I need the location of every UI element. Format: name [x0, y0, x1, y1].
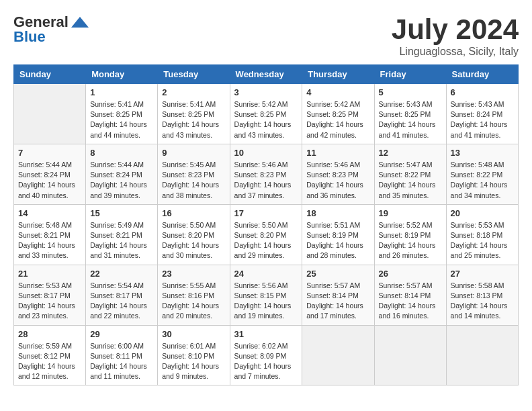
day-header-wednesday: Wednesday [230, 65, 302, 84]
calendar-header-row: SundayMondayTuesdayWednesdayThursdayFrid… [14, 65, 519, 84]
day-info: Sunrise: 5:42 AMSunset: 8:25 PMDaylight:… [234, 99, 298, 140]
day-info: Sunrise: 5:44 AMSunset: 8:24 PMDaylight:… [90, 160, 153, 201]
svg-marker-0 [71, 17, 89, 28]
day-info: Sunrise: 5:51 AMSunset: 8:19 PMDaylight:… [306, 220, 369, 261]
day-info: Sunrise: 5:44 AMSunset: 8:24 PMDaylight:… [18, 160, 81, 201]
day-info: Sunrise: 5:45 AMSunset: 8:23 PMDaylight:… [162, 160, 225, 201]
day-info: Sunrise: 5:55 AMSunset: 8:16 PMDaylight:… [162, 281, 225, 322]
month-title: July 2024 [392, 13, 519, 46]
calendar-cell: 29Sunrise: 6:00 AMSunset: 8:11 PMDayligh… [86, 325, 158, 385]
day-number: 6 [451, 87, 514, 97]
calendar-cell: 28Sunrise: 5:59 AMSunset: 8:12 PMDayligh… [14, 325, 86, 385]
day-info: Sunrise: 5:57 AMSunset: 8:14 PMDaylight:… [379, 281, 442, 322]
day-info: Sunrise: 5:49 AMSunset: 8:21 PMDaylight:… [90, 220, 153, 261]
logo-blue: Blue [13, 28, 46, 46]
week-row-2: 7Sunrise: 5:44 AMSunset: 8:24 PMDaylight… [14, 144, 519, 204]
calendar-cell: 3Sunrise: 5:42 AMSunset: 8:25 PMDaylight… [230, 84, 302, 144]
calendar-cell: 20Sunrise: 5:53 AMSunset: 8:18 PMDayligh… [446, 204, 518, 265]
day-info: Sunrise: 5:58 AMSunset: 8:13 PMDaylight:… [451, 281, 514, 322]
day-info: Sunrise: 5:48 AMSunset: 8:21 PMDaylight:… [18, 220, 81, 261]
day-info: Sunrise: 5:54 AMSunset: 8:17 PMDaylight:… [90, 281, 153, 322]
day-info: Sunrise: 5:52 AMSunset: 8:19 PMDaylight:… [379, 220, 442, 261]
day-info: Sunrise: 5:43 AMSunset: 8:24 PMDaylight:… [451, 99, 514, 140]
day-info: Sunrise: 5:48 AMSunset: 8:22 PMDaylight:… [451, 160, 514, 201]
day-number: 10 [234, 148, 298, 158]
calendar-cell: 19Sunrise: 5:52 AMSunset: 8:19 PMDayligh… [374, 204, 446, 265]
calendar-cell: 2Sunrise: 5:41 AMSunset: 8:25 PMDaylight… [158, 84, 230, 144]
calendar-cell: 14Sunrise: 5:48 AMSunset: 8:21 PMDayligh… [14, 204, 86, 265]
day-number: 3 [234, 87, 298, 97]
calendar-cell: 12Sunrise: 5:47 AMSunset: 8:22 PMDayligh… [374, 144, 446, 204]
day-number: 29 [90, 329, 153, 339]
calendar-cell: 25Sunrise: 5:57 AMSunset: 8:14 PMDayligh… [302, 265, 374, 325]
calendar-cell: 22Sunrise: 5:54 AMSunset: 8:17 PMDayligh… [86, 265, 158, 325]
calendar: SundayMondayTuesdayWednesdayThursdayFrid… [13, 64, 519, 385]
day-header-sunday: Sunday [14, 65, 86, 84]
day-info: Sunrise: 6:02 AMSunset: 8:09 PMDaylight:… [234, 341, 298, 382]
day-info: Sunrise: 6:01 AMSunset: 8:10 PMDaylight:… [162, 341, 225, 382]
calendar-cell: 31Sunrise: 6:02 AMSunset: 8:09 PMDayligh… [230, 325, 302, 385]
calendar-cell: 5Sunrise: 5:43 AMSunset: 8:25 PMDaylight… [374, 84, 446, 144]
calendar-cell: 8Sunrise: 5:44 AMSunset: 8:24 PMDaylight… [86, 144, 158, 204]
day-number: 14 [18, 208, 81, 218]
calendar-cell: 6Sunrise: 5:43 AMSunset: 8:24 PMDaylight… [446, 84, 518, 144]
day-number: 2 [162, 87, 225, 97]
calendar-cell: 1Sunrise: 5:41 AMSunset: 8:25 PMDaylight… [86, 84, 158, 144]
day-number: 28 [18, 329, 81, 339]
day-info: Sunrise: 5:41 AMSunset: 8:25 PMDaylight:… [90, 99, 153, 140]
day-number: 5 [379, 87, 442, 97]
calendar-cell: 7Sunrise: 5:44 AMSunset: 8:24 PMDaylight… [14, 144, 86, 204]
calendar-cell: 15Sunrise: 5:49 AMSunset: 8:21 PMDayligh… [86, 204, 158, 265]
day-header-friday: Friday [374, 65, 446, 84]
logo-icon [70, 15, 90, 29]
day-number: 13 [451, 148, 514, 158]
day-number: 16 [162, 208, 225, 218]
day-number: 1 [90, 87, 153, 97]
calendar-cell [446, 325, 518, 385]
calendar-cell: 4Sunrise: 5:42 AMSunset: 8:25 PMDaylight… [302, 84, 374, 144]
day-info: Sunrise: 5:53 AMSunset: 8:17 PMDaylight:… [18, 281, 81, 322]
calendar-cell: 24Sunrise: 5:56 AMSunset: 8:15 PMDayligh… [230, 265, 302, 325]
day-number: 20 [451, 208, 514, 218]
calendar-cell: 27Sunrise: 5:58 AMSunset: 8:13 PMDayligh… [446, 265, 518, 325]
day-info: Sunrise: 5:56 AMSunset: 8:15 PMDaylight:… [234, 281, 298, 322]
day-number: 9 [162, 148, 225, 158]
week-row-4: 21Sunrise: 5:53 AMSunset: 8:17 PMDayligh… [14, 265, 519, 325]
day-info: Sunrise: 5:50 AMSunset: 8:20 PMDaylight:… [234, 220, 298, 261]
calendar-cell [374, 325, 446, 385]
day-header-saturday: Saturday [446, 65, 518, 84]
day-info: Sunrise: 5:46 AMSunset: 8:23 PMDaylight:… [306, 160, 369, 201]
day-header-thursday: Thursday [302, 65, 374, 84]
calendar-cell: 26Sunrise: 5:57 AMSunset: 8:14 PMDayligh… [374, 265, 446, 325]
calendar-cell: 18Sunrise: 5:51 AMSunset: 8:19 PMDayligh… [302, 204, 374, 265]
day-header-tuesday: Tuesday [158, 65, 230, 84]
calendar-cell: 11Sunrise: 5:46 AMSunset: 8:23 PMDayligh… [302, 144, 374, 204]
title-section: July 2024 Linguaglossa, Sicily, Italy [392, 13, 519, 58]
calendar-cell: 23Sunrise: 5:55 AMSunset: 8:16 PMDayligh… [158, 265, 230, 325]
day-header-monday: Monday [86, 65, 158, 84]
day-info: Sunrise: 5:46 AMSunset: 8:23 PMDaylight:… [234, 160, 298, 201]
day-number: 31 [234, 329, 298, 339]
calendar-cell: 13Sunrise: 5:48 AMSunset: 8:22 PMDayligh… [446, 144, 518, 204]
day-number: 27 [451, 269, 514, 279]
day-number: 18 [306, 208, 369, 218]
calendar-cell: 17Sunrise: 5:50 AMSunset: 8:20 PMDayligh… [230, 204, 302, 265]
day-number: 26 [379, 269, 442, 279]
day-number: 11 [306, 148, 369, 158]
day-number: 8 [90, 148, 153, 158]
day-info: Sunrise: 5:42 AMSunset: 8:25 PMDaylight:… [306, 99, 369, 140]
day-info: Sunrise: 5:43 AMSunset: 8:25 PMDaylight:… [379, 99, 442, 140]
page-header: General Blue July 2024 Linguaglossa, Sic… [13, 13, 519, 58]
day-info: Sunrise: 5:50 AMSunset: 8:20 PMDaylight:… [162, 220, 225, 261]
day-info: Sunrise: 5:53 AMSunset: 8:18 PMDaylight:… [451, 220, 514, 261]
day-number: 7 [18, 148, 81, 158]
day-info: Sunrise: 5:47 AMSunset: 8:22 PMDaylight:… [379, 160, 442, 201]
day-number: 4 [306, 87, 369, 97]
calendar-cell [302, 325, 374, 385]
week-row-3: 14Sunrise: 5:48 AMSunset: 8:21 PMDayligh… [14, 204, 519, 265]
day-number: 17 [234, 208, 298, 218]
day-number: 21 [18, 269, 81, 279]
day-info: Sunrise: 5:59 AMSunset: 8:12 PMDaylight:… [18, 341, 81, 382]
calendar-cell: 30Sunrise: 6:01 AMSunset: 8:10 PMDayligh… [158, 325, 230, 385]
day-info: Sunrise: 5:57 AMSunset: 8:14 PMDaylight:… [306, 281, 369, 322]
